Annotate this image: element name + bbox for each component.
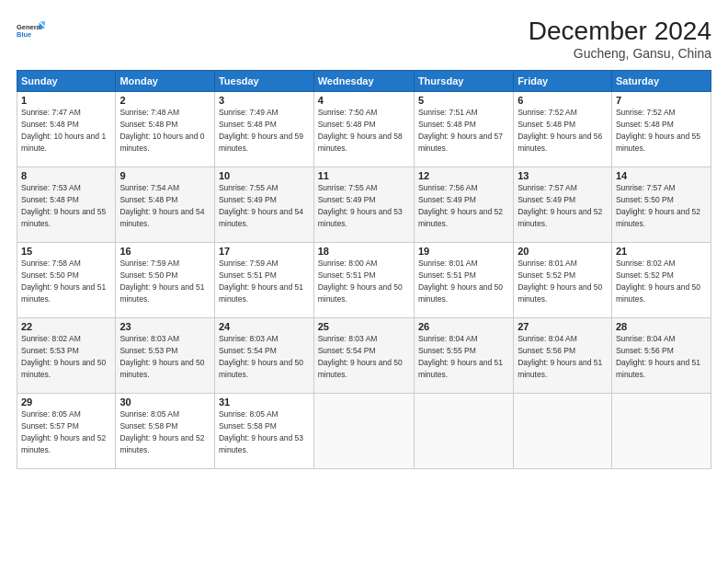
day-number: 7 [616,95,707,106]
day-detail: Sunrise: 8:03 AMSunset: 5:54 PMDaylight:… [219,334,303,379]
day-number: 19 [418,246,509,257]
day-detail: Sunrise: 8:04 AMSunset: 5:56 PMDaylight:… [518,334,602,379]
calendar-week-4: 22 Sunrise: 8:02 AMSunset: 5:53 PMDaylig… [17,318,711,394]
table-row: 20 Sunrise: 8:01 AMSunset: 5:52 PMDaylig… [514,243,612,318]
day-number: 18 [318,246,410,257]
table-row [611,394,711,469]
table-row: 24 Sunrise: 8:03 AMSunset: 5:54 PMDaylig… [214,318,313,394]
day-number: 9 [119,170,210,181]
header-row: Sunday Monday Tuesday Wednesday Thursday… [17,71,711,92]
sub-title: Gucheng, Gansu, China [529,46,711,61]
table-row: 16 Sunrise: 7:59 AMSunset: 5:50 PMDaylig… [116,243,215,318]
table-row: 22 Sunrise: 8:02 AMSunset: 5:53 PMDaylig… [17,318,116,394]
header: General Blue December 2024 Gucheng, Gans… [17,17,711,61]
day-detail: Sunrise: 8:02 AMSunset: 5:52 PMDaylight:… [616,259,700,304]
table-row: 9 Sunrise: 7:54 AMSunset: 5:48 PMDayligh… [116,167,215,243]
calendar-week-5: 29 Sunrise: 8:05 AMSunset: 5:57 PMDaylig… [17,394,711,469]
day-detail: Sunrise: 7:53 AMSunset: 5:48 PMDaylight:… [21,183,106,228]
table-row: 8 Sunrise: 7:53 AMSunset: 5:48 PMDayligh… [17,167,116,243]
day-detail: Sunrise: 8:02 AMSunset: 5:53 PMDaylight:… [21,334,106,379]
day-detail: Sunrise: 7:57 AMSunset: 5:50 PMDaylight:… [616,183,700,228]
table-row: 25 Sunrise: 8:03 AMSunset: 5:54 PMDaylig… [313,318,414,394]
day-number: 6 [518,95,608,106]
day-number: 1 [21,95,111,106]
day-detail: Sunrise: 7:55 AMSunset: 5:49 PMDaylight:… [219,183,303,228]
day-detail: Sunrise: 7:59 AMSunset: 5:51 PMDaylight:… [219,259,303,304]
calendar-week-2: 8 Sunrise: 7:53 AMSunset: 5:48 PMDayligh… [17,167,711,243]
table-row: 11 Sunrise: 7:55 AMSunset: 5:49 PMDaylig… [313,167,414,243]
title-block: December 2024 Gucheng, Gansu, China [529,17,711,61]
day-number: 17 [219,246,310,257]
calendar-body: 1 Sunrise: 7:47 AMSunset: 5:48 PMDayligh… [17,92,711,469]
main-title: December 2024 [529,17,711,46]
day-detail: Sunrise: 8:05 AMSunset: 5:57 PMDaylight:… [21,409,106,454]
day-detail: Sunrise: 8:05 AMSunset: 5:58 PMDaylight:… [119,409,204,454]
logo-brand: General Blue [17,17,46,46]
day-detail: Sunrise: 7:54 AMSunset: 5:48 PMDaylight:… [119,183,204,228]
day-number: 2 [119,95,210,106]
day-number: 20 [518,246,608,257]
day-number: 16 [119,246,210,257]
table-row: 28 Sunrise: 8:04 AMSunset: 5:56 PMDaylig… [611,318,711,394]
day-number: 28 [616,321,707,332]
logo: General Blue [17,17,46,46]
day-detail: Sunrise: 7:48 AMSunset: 5:48 PMDaylight:… [119,108,204,153]
svg-text:General: General [17,23,42,31]
day-detail: Sunrise: 8:05 AMSunset: 5:58 PMDaylight:… [219,409,303,454]
table-row: 27 Sunrise: 8:04 AMSunset: 5:56 PMDaylig… [514,318,612,394]
day-number: 24 [219,321,310,332]
day-detail: Sunrise: 7:57 AMSunset: 5:49 PMDaylight:… [518,183,602,228]
day-number: 30 [119,396,210,408]
table-row: 21 Sunrise: 8:02 AMSunset: 5:52 PMDaylig… [611,243,711,318]
day-number: 3 [219,95,310,106]
table-row: 29 Sunrise: 8:05 AMSunset: 5:57 PMDaylig… [17,394,116,469]
col-tuesday: Tuesday [214,71,313,92]
day-number: 26 [418,321,509,332]
table-row [313,394,414,469]
table-row: 5 Sunrise: 7:51 AMSunset: 5:48 PMDayligh… [414,92,513,167]
day-detail: Sunrise: 7:58 AMSunset: 5:50 PMDaylight:… [21,259,106,304]
calendar-table: Sunday Monday Tuesday Wednesday Thursday… [17,70,711,469]
day-number: 5 [418,95,509,106]
col-wednesday: Wednesday [313,71,414,92]
col-thursday: Thursday [414,71,513,92]
table-row [414,394,513,469]
col-sunday: Sunday [17,71,116,92]
day-number: 21 [616,246,707,257]
day-number: 15 [21,246,111,257]
day-number: 4 [318,95,410,106]
day-number: 25 [318,321,410,332]
day-detail: Sunrise: 7:56 AMSunset: 5:49 PMDaylight:… [418,183,503,228]
table-row: 1 Sunrise: 7:47 AMSunset: 5:48 PMDayligh… [17,92,116,167]
day-detail: Sunrise: 8:04 AMSunset: 5:56 PMDaylight:… [616,334,700,379]
day-number: 31 [219,396,310,408]
day-detail: Sunrise: 7:47 AMSunset: 5:48 PMDaylight:… [21,108,106,153]
svg-text:Blue: Blue [17,30,31,39]
day-detail: Sunrise: 7:51 AMSunset: 5:48 PMDaylight:… [418,108,503,153]
col-saturday: Saturday [611,71,711,92]
table-row: 19 Sunrise: 8:01 AMSunset: 5:51 PMDaylig… [414,243,513,318]
day-detail: Sunrise: 8:00 AMSunset: 5:51 PMDaylight:… [318,259,403,304]
col-monday: Monday [116,71,215,92]
day-detail: Sunrise: 8:03 AMSunset: 5:54 PMDaylight:… [318,334,403,379]
day-detail: Sunrise: 8:01 AMSunset: 5:51 PMDaylight:… [418,259,503,304]
day-number: 11 [318,170,410,181]
table-row: 30 Sunrise: 8:05 AMSunset: 5:58 PMDaylig… [116,394,215,469]
day-number: 27 [518,321,608,332]
table-row [514,394,612,469]
table-row: 23 Sunrise: 8:03 AMSunset: 5:53 PMDaylig… [116,318,215,394]
day-number: 8 [21,170,111,181]
col-friday: Friday [514,71,612,92]
table-row: 10 Sunrise: 7:55 AMSunset: 5:49 PMDaylig… [214,167,313,243]
day-number: 22 [21,321,111,332]
table-row: 3 Sunrise: 7:49 AMSunset: 5:48 PMDayligh… [214,92,313,167]
day-number: 12 [418,170,509,181]
day-detail: Sunrise: 7:55 AMSunset: 5:49 PMDaylight:… [318,183,403,228]
table-row: 26 Sunrise: 8:04 AMSunset: 5:55 PMDaylig… [414,318,513,394]
day-detail: Sunrise: 7:49 AMSunset: 5:48 PMDaylight:… [219,108,303,153]
day-detail: Sunrise: 7:52 AMSunset: 5:48 PMDaylight:… [518,108,602,153]
table-row: 18 Sunrise: 8:00 AMSunset: 5:51 PMDaylig… [313,243,414,318]
table-row: 13 Sunrise: 7:57 AMSunset: 5:49 PMDaylig… [514,167,612,243]
table-row: 6 Sunrise: 7:52 AMSunset: 5:48 PMDayligh… [514,92,612,167]
table-row: 15 Sunrise: 7:58 AMSunset: 5:50 PMDaylig… [17,243,116,318]
